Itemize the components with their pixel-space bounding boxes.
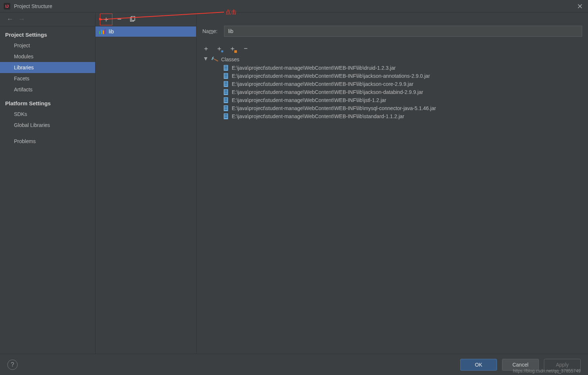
- help-button[interactable]: ?: [7, 360, 18, 370]
- jar-path: E:\java\project\student-manage\WebConten…: [232, 97, 386, 103]
- jar-icon: [224, 113, 228, 119]
- jar-path: E:\java\project\student-manage\WebConten…: [232, 105, 436, 111]
- chevron-down-icon: ▶: [203, 57, 209, 62]
- library-item-label: lib: [109, 29, 114, 34]
- jar-icon: [224, 65, 228, 71]
- jar-item[interactable]: E:\java\project\student-manage\WebConten…: [204, 64, 582, 72]
- sidebar-item-global-libraries[interactable]: Global Libraries: [0, 120, 95, 131]
- app-icon: IJ: [4, 3, 10, 10]
- jar-item[interactable]: E:\java\project\student-manage\WebConten…: [204, 112, 582, 120]
- remove-library-button[interactable]: −: [115, 15, 124, 24]
- sidebar-item-artifacts[interactable]: Artifacts: [0, 84, 95, 95]
- jar-icon: [224, 81, 228, 87]
- sidebar-item-facets[interactable]: Facets: [0, 73, 95, 84]
- name-label: Name:: [202, 28, 217, 34]
- jar-item[interactable]: E:\java\project\student-manage\WebConten…: [204, 104, 582, 112]
- library-detail-panel: Name: ＋ ＋ ＋ − ▶ 🔨 Classes E:\java\projec…: [196, 12, 588, 354]
- close-icon[interactable]: [576, 2, 584, 11]
- section-title-platform-settings: Platform Settings: [0, 95, 95, 109]
- ok-button[interactable]: OK: [460, 359, 497, 371]
- jar-icon: [224, 105, 228, 111]
- jar-path: E:\java\project\student-manage\WebConten…: [232, 81, 414, 87]
- library-item-lib[interactable]: lib: [95, 26, 196, 37]
- tree-node-label: Classes: [221, 57, 239, 62]
- jar-path: E:\java\project\student-manage\WebConten…: [232, 73, 430, 79]
- library-icon: [99, 29, 106, 34]
- copy-library-button[interactable]: [128, 15, 137, 24]
- jar-item[interactable]: E:\java\project\student-manage\WebConten…: [204, 96, 582, 104]
- jar-path: E:\java\project\student-manage\WebConten…: [232, 65, 396, 71]
- forward-icon[interactable]: →: [18, 15, 25, 23]
- nav-history-arrows: ← →: [0, 12, 95, 26]
- add-library-button[interactable]: ＋: [101, 15, 111, 24]
- library-list-toolbar: ＋ −: [95, 12, 196, 26]
- back-icon[interactable]: ←: [7, 15, 13, 23]
- sidebar-item-modules[interactable]: Modules: [0, 51, 95, 62]
- jar-item[interactable]: E:\java\project\student-manage\WebConten…: [204, 88, 582, 96]
- detail-toolbar: ＋ ＋ ＋ −: [202, 43, 582, 55]
- library-tree: ▶ 🔨 Classes E:\java\project\student-mana…: [202, 55, 582, 120]
- jar-icon: [224, 73, 228, 79]
- add-item-button[interactable]: ＋: [202, 45, 210, 52]
- name-row: Name:: [202, 26, 582, 37]
- library-list-panel: ＋ − lib: [95, 12, 196, 354]
- jar-icon: [224, 97, 228, 103]
- jar-icon: [224, 89, 228, 95]
- cancel-button[interactable]: Cancel: [502, 359, 539, 371]
- jar-item[interactable]: E:\java\project\student-manage\WebConten…: [204, 72, 582, 80]
- tree-node-classes[interactable]: ▶ 🔨 Classes: [204, 55, 582, 64]
- add-from-maven-button[interactable]: ＋: [216, 45, 223, 52]
- sidebar-item-libraries[interactable]: Libraries: [0, 62, 95, 73]
- titlebar: IJ Project Structure: [0, 0, 588, 12]
- sidebar-item-project[interactable]: Project: [0, 40, 95, 51]
- dialog-footer: ? OK Cancel Apply: [0, 354, 588, 375]
- jar-item[interactable]: E:\java\project\student-manage\WebConten…: [204, 80, 582, 88]
- svg-rect-1: [131, 16, 135, 20]
- remove-item-button[interactable]: −: [242, 45, 249, 52]
- window-title: Project Structure: [14, 3, 52, 9]
- name-input[interactable]: [224, 26, 582, 37]
- sidebar-item-sdks[interactable]: SDKs: [0, 109, 95, 120]
- sidebar: ← → Project Settings Project Modules Lib…: [0, 12, 95, 354]
- apply-button[interactable]: Apply: [544, 359, 581, 371]
- add-excluded-button[interactable]: ＋: [229, 45, 236, 52]
- jar-path: E:\java\project\student-manage\WebConten…: [232, 89, 423, 95]
- section-title-project-settings: Project Settings: [0, 26, 95, 40]
- sidebar-item-problems[interactable]: Problems: [0, 136, 95, 147]
- jar-path: E:\java\project\student-manage\WebConten…: [232, 113, 404, 119]
- hammer-icon: 🔨: [210, 55, 219, 63]
